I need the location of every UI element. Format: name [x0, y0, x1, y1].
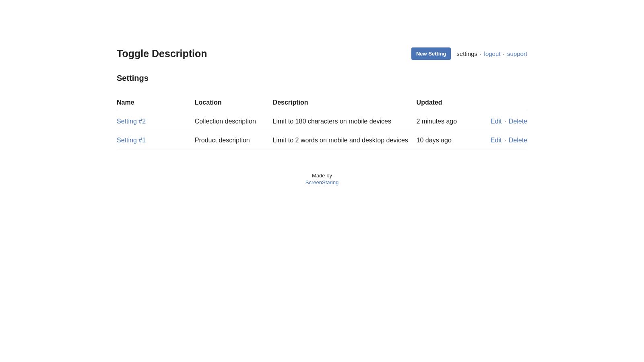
- nav-links: settings · logout · support: [456, 50, 527, 57]
- col-header-description: Description: [273, 94, 417, 112]
- section-title: Settings: [117, 74, 527, 83]
- page-title: Toggle Description: [117, 48, 207, 60]
- settings-table: Name Location Description Updated Settin…: [117, 94, 527, 150]
- col-header-actions: [478, 94, 527, 112]
- delete-link[interactable]: Delete: [509, 118, 527, 125]
- setting-actions: Edit · Delete: [478, 112, 527, 131]
- setting-actions: Edit · Delete: [478, 131, 527, 150]
- col-header-updated: Updated: [417, 94, 478, 112]
- col-header-location: Location: [195, 94, 273, 112]
- nav-sep: ·: [503, 50, 505, 57]
- nav-support-link[interactable]: support: [507, 50, 527, 57]
- table-row: Setting #2 Collection description Limit …: [117, 112, 527, 131]
- action-sep: ·: [504, 137, 506, 144]
- table-row: Setting #1 Product description Limit to …: [117, 131, 527, 150]
- action-sep: ·: [504, 118, 506, 125]
- setting-description: Limit to 2 words on mobile and desktop d…: [273, 131, 417, 150]
- delete-link[interactable]: Delete: [509, 137, 527, 144]
- setting-description: Limit to 180 characters on mobile device…: [273, 112, 417, 131]
- setting-updated: 2 minutes ago: [417, 112, 478, 131]
- footer-made-by: Made by: [117, 173, 527, 179]
- setting-name-link[interactable]: Setting #2: [117, 118, 146, 125]
- nav-logout-link[interactable]: logout: [484, 50, 501, 57]
- edit-link[interactable]: Edit: [491, 137, 502, 144]
- setting-location: Collection description: [195, 112, 273, 131]
- footer-brand-link[interactable]: ScreenStaring: [117, 179, 527, 186]
- nav-settings-text: settings: [456, 50, 477, 57]
- col-header-name: Name: [117, 94, 195, 112]
- nav-sep: ·: [480, 50, 481, 57]
- setting-name-link[interactable]: Setting #1: [117, 137, 146, 144]
- setting-updated: 10 days ago: [417, 131, 478, 150]
- new-setting-button[interactable]: New Setting: [411, 47, 451, 60]
- footer: Made by ScreenStaring: [117, 173, 527, 186]
- edit-link[interactable]: Edit: [491, 118, 502, 125]
- setting-location: Product description: [195, 131, 273, 150]
